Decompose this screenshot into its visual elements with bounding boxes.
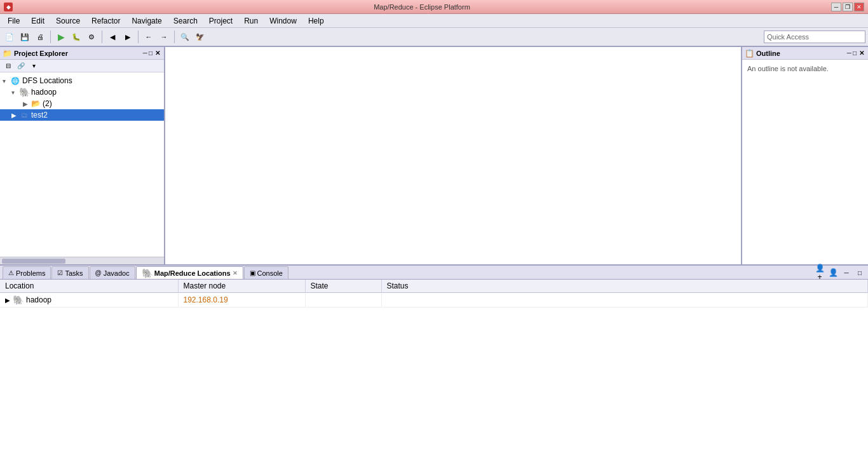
menu-refactor[interactable]: Refactor <box>86 15 125 27</box>
menu-project[interactable]: Project <box>204 15 238 27</box>
menu-run[interactable]: Run <box>239 15 263 27</box>
file-icon: 🗂 <box>19 110 29 120</box>
col-master-header: Master node <box>178 280 305 293</box>
prev-button[interactable]: ◀ <box>105 30 119 44</box>
minimize-button[interactable]: ─ <box>831 3 841 11</box>
menu-search[interactable]: Search <box>168 15 203 27</box>
tree-item-test2[interactable]: ▶ 🗂 test2 <box>0 109 164 121</box>
quick-access-box[interactable]: Quick Access <box>764 30 865 43</box>
back-button[interactable]: ← <box>142 30 156 44</box>
menu-help[interactable]: Help <box>303 15 329 27</box>
pe-maximize-button[interactable]: □ <box>149 50 153 57</box>
next-button[interactable]: ▶ <box>121 30 135 44</box>
debug-button[interactable]: 🐛 <box>69 30 83 44</box>
sep2 <box>102 30 102 43</box>
tab-tasks[interactable]: ☑ Tasks <box>51 266 88 279</box>
dfs-arrow: ▾ <box>3 78 10 85</box>
menu-window[interactable]: Window <box>264 15 302 27</box>
tree-item-2[interactable]: ▶ 📂 (2) <box>0 98 164 109</box>
row-expand-arrow[interactable]: ▶ <box>5 297 10 304</box>
outline-header-right[interactable]: ─ □ ✕ <box>847 50 865 57</box>
toolbar: 📄 💾 🖨 ▶ 🐛 ⚙ ◀ ▶ ← → 🔍 🦅 Quick Access <box>0 28 868 47</box>
mapreduce-table: Location Master node State Status ▶ 🐘 ha… <box>0 280 868 474</box>
cell-location: ▶ 🐘 hadoop <box>0 293 178 308</box>
run-button[interactable]: ▶ <box>54 30 68 44</box>
tab-mapreduce-label: Map/Reduce Locations <box>154 269 231 277</box>
close-button[interactable]: ✕ <box>854 3 864 11</box>
outline-panel: 📋 Outline ─ □ ✕ An outline is not availa… <box>741 47 868 264</box>
mapreduce-icon: 🐘 <box>142 268 153 278</box>
tab-problems[interactable]: ⚠ Problems <box>3 266 51 279</box>
app-icon: ◆ <box>4 3 13 11</box>
pe-minimize-button[interactable]: ─ <box>143 50 147 57</box>
pe-close-button[interactable]: ✕ <box>154 50 161 57</box>
edit-location-button[interactable]: 👤 <box>827 267 839 278</box>
menu-file[interactable]: File <box>3 15 25 27</box>
window-controls[interactable]: ─ ❐ ✕ <box>831 3 864 11</box>
folder-icon: 📂 <box>31 98 41 109</box>
restore-button[interactable]: ❐ <box>843 3 853 11</box>
sep1 <box>50 30 51 43</box>
tab-mapreduce[interactable]: 🐘 Map/Reduce Locations ✕ <box>136 266 243 279</box>
hadoop-arrow: ▾ <box>11 89 19 96</box>
editor-content <box>165 47 741 264</box>
cell-state <box>305 293 381 308</box>
tab-javadoc-label: Javadoc <box>104 269 130 277</box>
locations-table: Location Master node State Status ▶ 🐘 ha… <box>0 280 868 308</box>
row-location-label: hadoop <box>26 295 51 304</box>
project-explorer-header: 📁 Project Explorer ─ □ ✕ <box>0 47 164 60</box>
outline-icon: 📋 <box>745 49 754 58</box>
title-bar: ◆ Map/Reduce - Eclipse Platform ─ ❐ ✕ <box>0 0 868 14</box>
save-button[interactable]: 💾 <box>18 30 32 44</box>
menu-bar: File Edit Source Refactor Navigate Searc… <box>0 14 868 28</box>
view-menu-button[interactable]: ▾ <box>28 61 39 71</box>
sep4 <box>174 30 175 43</box>
new-button[interactable]: 📄 <box>3 30 17 44</box>
tab-console[interactable]: ▣ Console <box>244 266 288 279</box>
tab-bar: ⚠ Problems ☑ Tasks @ Javadoc 🐘 Map/Reduc… <box>0 266 868 280</box>
eclipse-btn[interactable]: 🦅 <box>193 30 207 44</box>
col-status-header: Status <box>381 280 868 293</box>
outline-message: An outline is not available. <box>742 60 868 78</box>
run-ext-button[interactable]: ⚙ <box>85 30 98 44</box>
outline-close-button[interactable]: ✕ <box>858 50 865 57</box>
scrollbar-thumb[interactable] <box>2 259 65 264</box>
col-location-header: Location <box>0 280 178 293</box>
menu-source[interactable]: Source <box>51 15 85 27</box>
menu-edit[interactable]: Edit <box>26 15 50 27</box>
tree-item-dfs-locations[interactable]: ▾ 🌐 DFS Locations <box>0 75 164 86</box>
hadoop-label: hadoop <box>31 88 57 97</box>
console-icon: ▣ <box>250 269 255 276</box>
tab-tasks-label: Tasks <box>65 269 83 277</box>
project-explorer-toolbar: ⊟ 🔗 ▾ <box>0 60 164 72</box>
panel-header-right[interactable]: ─ □ ✕ <box>143 50 161 57</box>
test2-label: test2 <box>31 111 48 119</box>
outline-minimize-button[interactable]: ─ <box>847 50 851 57</box>
project-explorer-title: Project Explorer <box>14 50 68 57</box>
outline-header: 📋 Outline ─ □ ✕ <box>742 47 868 60</box>
tasks-icon: ☑ <box>57 269 63 276</box>
dfs-locations-label: DFS Locations <box>22 76 72 85</box>
zoom-button[interactable]: 🔍 <box>178 30 192 44</box>
mapreduce-tab-close[interactable]: ✕ <box>233 270 238 276</box>
project-explorer-icon: 📁 <box>3 49 12 58</box>
link-editor-button[interactable]: 🔗 <box>15 61 27 71</box>
tab-maximize-button[interactable]: □ <box>854 267 865 278</box>
test2-arrow: ▶ <box>11 112 19 119</box>
table-row[interactable]: ▶ 🐘 hadoop 192.168.0.19 <box>0 293 868 308</box>
project-explorer-scrollbar[interactable] <box>0 257 164 264</box>
menu-navigate[interactable]: Navigate <box>126 15 166 27</box>
new-location-button[interactable]: 👤+ <box>814 267 825 278</box>
editor-area <box>165 47 741 264</box>
print-button[interactable]: 🖨 <box>33 30 47 44</box>
outline-header-left: 📋 Outline <box>745 49 780 58</box>
fwd-button[interactable]: → <box>157 30 171 44</box>
collapse-all-button[interactable]: ⊟ <box>3 61 14 71</box>
tab-minimize-button[interactable]: ─ <box>841 267 852 278</box>
cell-status <box>381 293 868 308</box>
tab-javadoc[interactable]: @ Javadoc <box>90 266 135 279</box>
cell-master-node: 192.168.0.19 <box>178 293 305 308</box>
outline-maximize-button[interactable]: □ <box>853 50 857 57</box>
tree-item-hadoop[interactable]: ▾ 🐘 hadoop <box>0 86 164 98</box>
upper-area: 📁 Project Explorer ─ □ ✕ ⊟ 🔗 ▾ ▾ 🌐 <box>0 47 868 264</box>
